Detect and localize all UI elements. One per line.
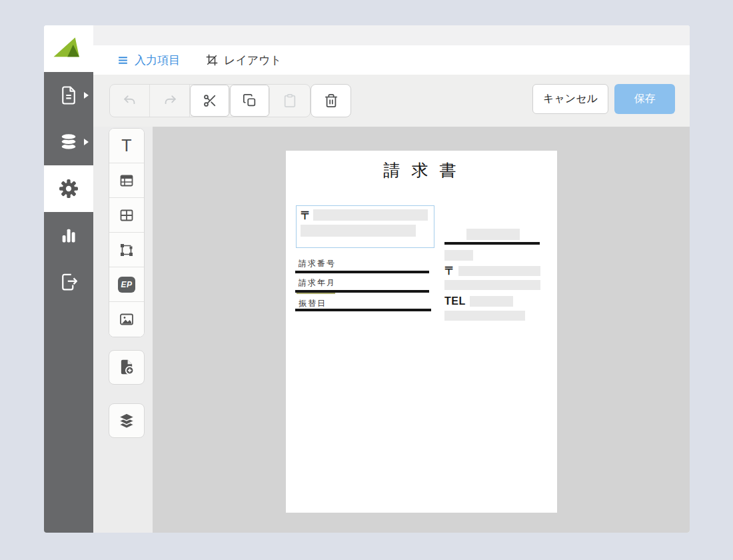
placeholder-bar: [313, 209, 428, 221]
delete-button[interactable]: [311, 84, 351, 117]
tab-layout-label: レイアウト: [224, 53, 282, 68]
tel-label: TEL: [444, 295, 466, 307]
placeholder-bar: [444, 311, 525, 321]
tab-bar: 入力項目 レイアウト: [93, 45, 690, 75]
redo-icon: [163, 93, 177, 108]
sidebar-item-database[interactable]: [44, 119, 93, 165]
database-icon: [59, 132, 79, 152]
tab-input-items[interactable]: 入力項目: [117, 45, 180, 75]
field-label: 請求番号: [299, 258, 336, 269]
redo-button[interactable]: [150, 85, 190, 117]
table-header-tool-button[interactable]: [109, 163, 144, 198]
text-tool-button[interactable]: T: [109, 129, 144, 163]
placeholder-bar: [444, 280, 540, 290]
tab-layout[interactable]: レイアウト: [206, 45, 282, 75]
image-tool-button[interactable]: [109, 302, 144, 337]
document-icon: [59, 85, 79, 105]
save-button[interactable]: 保存: [614, 84, 675, 114]
placeholder-bar: [466, 229, 520, 240]
recipient-address-block[interactable]: 〒: [296, 205, 434, 248]
layers-icon: [118, 412, 135, 429]
brand-logo[interactable]: [44, 25, 93, 72]
cancel-button[interactable]: キャンセル: [532, 84, 608, 114]
app-window: 入力項目 レイアウト: [44, 25, 690, 533]
image-icon: [119, 311, 135, 327]
add-page-icon: [118, 359, 135, 376]
main-sidebar: [44, 72, 93, 533]
caret-right-icon: [84, 92, 89, 99]
tool-palette: T: [109, 128, 145, 337]
ep-stamp-tool-button[interactable]: EP: [109, 267, 144, 302]
field-underline: [295, 309, 431, 311]
postal-mark: 〒: [301, 208, 312, 223]
placeholder-bar: [458, 266, 540, 276]
placeholder-bar: [470, 296, 513, 307]
brand-logo-icon: [53, 34, 83, 59]
ep-stamp-icon: EP: [118, 277, 135, 293]
scissors-icon: [203, 93, 217, 108]
undo-icon: [123, 93, 137, 108]
invoice-title[interactable]: 請 求 書: [286, 159, 557, 181]
sidebar-item-settings[interactable]: [44, 165, 93, 212]
bar-chart-icon: [59, 226, 78, 245]
invoice-page[interactable]: 請 求 書 〒 請求番号 請求年月 振替日: [286, 151, 557, 513]
field-underline: [295, 271, 429, 273]
shape-tool-button[interactable]: [109, 233, 144, 267]
sidebar-item-export[interactable]: [44, 259, 93, 305]
snap-guide: [297, 293, 335, 294]
gear-icon: [58, 178, 79, 199]
caret-right-icon: [84, 139, 89, 145]
field-label: 振替日: [299, 298, 327, 309]
history-clipboard-group: [109, 84, 311, 117]
placeholder-bar: [444, 250, 473, 261]
sidebar-item-documents[interactable]: [44, 72, 93, 119]
text-tool-icon: T: [121, 136, 131, 155]
table-grid-tool-button[interactable]: [109, 198, 144, 233]
placeholder-bar: [301, 225, 416, 237]
sender-divider-line: [444, 242, 540, 245]
trash-icon: [324, 93, 339, 108]
paste-button[interactable]: [270, 85, 310, 117]
sidebar-item-reports[interactable]: [44, 212, 93, 259]
postal-mark: 〒: [444, 263, 456, 279]
design-canvas[interactable]: 請 求 書 〒 請求番号 請求年月 振替日: [153, 127, 690, 533]
field-label: 請求年月: [299, 277, 336, 289]
cut-button[interactable]: [190, 85, 230, 117]
table-header-icon: [119, 173, 135, 189]
copy-button[interactable]: [230, 85, 270, 117]
crop-icon: [206, 54, 218, 66]
export-icon: [59, 272, 79, 292]
tab-input-items-label: 入力項目: [135, 53, 180, 68]
tool-palette-strip: T: [93, 127, 153, 533]
list-lines-icon: [117, 55, 129, 66]
layers-button[interactable]: [109, 403, 145, 438]
clipboard-icon: [283, 93, 297, 108]
copy-icon: [243, 93, 257, 108]
edit-toolbar: キャンセル 保存: [93, 75, 690, 127]
table-grid-icon: [119, 207, 135, 223]
undo-button[interactable]: [110, 85, 150, 117]
shape-icon: [119, 242, 135, 258]
add-page-button[interactable]: [109, 350, 145, 385]
window-top-strip: [93, 25, 690, 45]
